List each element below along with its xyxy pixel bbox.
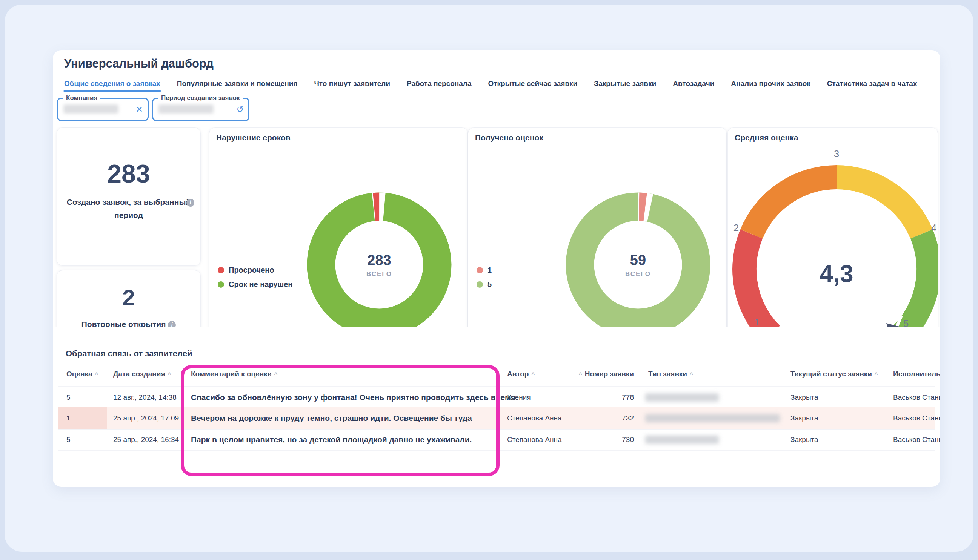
legend-dot [477,267,483,273]
cell-date: 12 авг., 2024, 14:38 [113,393,177,402]
legend-label: 5 [487,280,492,289]
gauge-tick-4: 4 [926,222,940,234]
tabs-divider [53,90,940,91]
tab-other-requests-analysis[interactable]: Анализ прочих заявок [731,80,810,91]
gauge-tick-3: 3 [828,148,845,160]
cell-status: Закрыта [791,414,818,422]
column-header-number[interactable]: ^Номер заявки [577,370,634,378]
ratings-received-panel: Получено оценок 59 ВСЕГО 1 5 [468,127,727,327]
company-filter-value-redacted [63,105,118,113]
legend-dot [477,281,483,288]
average-rating-value: 4,3 [780,260,893,288]
sort-icon[interactable]: ^ [690,371,693,377]
donut-total-value: 283 [334,253,424,268]
tab-general-info[interactable]: Общие сведения о заявках [64,80,160,91]
legend: Просрочено Срок не нарушен [218,266,292,289]
stat-card-created-requests: 283 Создано заявок, за выбранный период … [57,127,201,266]
column-header-executor[interactable]: Исполнитель^ [893,370,940,378]
tab-open-requests[interactable]: Открытые сейчас заявки [488,80,577,91]
sort-icon[interactable]: ^ [875,371,878,377]
info-icon[interactable]: i [186,199,194,207]
info-icon[interactable]: i [168,321,176,327]
gauge-tick-2: 2 [728,222,744,234]
cell-comment: Парк в целом нравится, но за детской пло… [191,435,472,444]
column-header-rating[interactable]: Оценка^ [67,370,98,378]
stat-card-reopenings: 2 Повторные открытия i [57,270,201,327]
sort-icon[interactable]: ^ [95,371,98,377]
cell-request-number: 730 [577,435,634,444]
cell-request-number: 778 [577,393,634,402]
column-header-status[interactable]: Текущий статус заявки^ [791,370,878,378]
column-header-comment[interactable]: Комментарий к оценке^ [191,370,277,378]
tab-what-applicants-write[interactable]: Что пишут заявители [314,80,390,91]
donut-total-value: 59 [593,253,683,268]
sort-icon[interactable]: ^ [168,371,171,377]
tab-popular-requests[interactable]: Популярные заявки и помещения [177,80,298,91]
period-filter-value-redacted [159,105,214,113]
deadline-violations-panel: Нарушение сроков 283 ВСЕГО Просрочено Ср… [209,127,468,327]
cell-author: Степанова Анна [507,435,562,444]
company-filter-label: Компания [63,94,100,102]
tab-autotasks[interactable]: Автозадачи [673,80,714,91]
legend-label: Просрочено [229,266,274,275]
donut-center-label: 283 ВСЕГО [334,253,424,278]
gauge-tick-5: 5 [898,318,914,327]
legend-dot [218,267,224,273]
company-filter[interactable]: Компания ✕ [57,98,149,121]
page-title: Универсальный дашборд [64,57,214,70]
column-header-author[interactable]: Автор^ [507,370,535,378]
charts-row: 283 Создано заявок, за выбранный период … [53,127,940,327]
feedback-table-header: Оценка^ Дата создания^ Комментарий к оце… [53,366,940,384]
cell-request-type-redacted [645,435,719,444]
cell-author: Степанова Анна [507,414,562,422]
sort-icon[interactable]: ^ [579,371,582,377]
cell-request-type-redacted [645,393,719,402]
clear-icon[interactable]: ✕ [136,105,143,114]
deadline-violations-title: Нарушение сроков [216,133,290,142]
tab-bar: Общие сведения о заявках Популярные заяв… [64,80,917,91]
cell-rating: 5 [67,393,70,402]
cell-comment: Спасибо за обновлённую зону у фонтана! О… [191,393,518,402]
legend-item-rating-1[interactable]: 1 [477,266,492,275]
cell-date: 25 апр., 2024, 16:34 [113,435,179,444]
average-rating-panel: Средняя оценка 1 2 3 4 5 4,3 [728,127,938,327]
reopenings-value: 2 [57,285,200,311]
legend: 1 5 [477,266,492,289]
cell-request-type-redacted [645,414,780,422]
created-requests-label: Создано заявок, за выбранный период [65,196,193,222]
legend-item-on-time[interactable]: Срок не нарушен [218,280,292,289]
tab-staff-work[interactable]: Работа персонала [407,80,472,91]
feedback-section-title: Обратная связь от заявителей [66,349,192,358]
table-row[interactable]: 1 25 апр., 2024, 17:09 Вечером на дорожк… [58,407,935,430]
column-header-type[interactable]: Тип заявки^ [648,370,693,378]
refresh-icon[interactable]: ↺ [237,105,244,114]
table-row[interactable]: 5 12 авг., 2024, 14:38 Спасибо за обновл… [58,386,935,409]
cell-rating: 5 [67,435,70,444]
donut-total-caption: ВСЕГО [334,270,424,278]
column-header-date[interactable]: Дата создания^ [113,370,171,378]
period-filter-label: Период создания заявок [159,94,243,102]
tab-chat-task-stats[interactable]: Статистика задач в чатах [827,80,917,91]
sort-icon[interactable]: ^ [274,371,277,377]
table-row[interactable]: 5 25 апр., 2024, 16:34 Парк в целом нрав… [58,429,935,451]
created-requests-value: 283 [57,159,200,188]
cell-date: 25 апр., 2024, 17:09 [113,414,179,422]
ratings-received-title: Получено оценок [475,133,543,142]
cell-executor: Васьков Станис [893,414,940,422]
low-rating-highlight [58,407,107,429]
sort-icon[interactable]: ^ [531,371,535,377]
reopenings-label-text: Повторные открытия [82,320,166,327]
cell-executor: Васьков Станис [893,435,940,444]
cell-comment: Вечером на дорожке к пруду темно, страшн… [191,414,472,423]
legend-item-overdue[interactable]: Просрочено [218,266,292,275]
legend-label: Срок не нарушен [229,280,292,289]
cell-executor: Васьков Станис [893,393,940,402]
donut-total-caption: ВСЕГО [593,270,683,278]
legend-item-rating-5[interactable]: 5 [477,280,492,289]
legend-label: 1 [487,266,492,275]
tab-closed-requests[interactable]: Закрытые заявки [594,80,656,91]
cell-author: Ксения [507,393,531,402]
legend-dot [218,281,224,288]
cell-request-number: 732 [577,414,634,422]
period-filter[interactable]: Период создания заявок ↺ [152,98,249,121]
